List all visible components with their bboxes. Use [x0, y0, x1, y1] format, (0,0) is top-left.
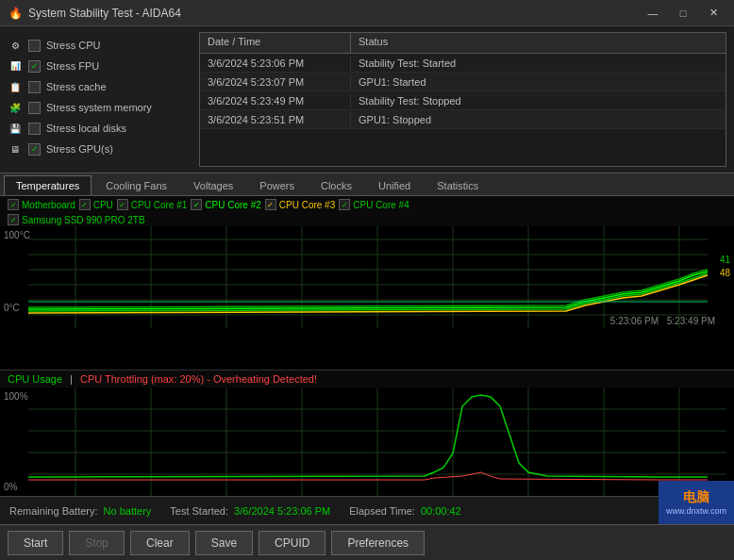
legend-cpu: CPU — [79, 199, 113, 210]
log-datetime-1: 3/6/2024 5:23:07 PM — [200, 74, 351, 90]
test-started-status: Test Started: 3/6/2024 5:23:06 PM — [170, 505, 330, 517]
legend-cpu-core3: CPU Core #3 — [265, 199, 335, 210]
main-content: ⚙ Stress CPU 📊 Stress FPU 📋 Stress cache… — [0, 26, 734, 560]
log-row: 3/6/2024 5:23:49 PM Stability Test: Stop… — [200, 91, 726, 110]
legend-cpu-core3-label: CPU Core #3 — [279, 200, 335, 210]
title-bar: 🔥 System Stability Test - AIDA64 — □ ✕ — [0, 0, 734, 26]
tab-unified[interactable]: Unified — [366, 175, 423, 195]
legend-cpu-core1-label: CPU Core #1 — [131, 200, 187, 210]
log-status-0: Stability Test: Started — [351, 56, 726, 71]
stress-memory-checkbox[interactable] — [28, 102, 41, 114]
cpu-chart-header: CPU Usage | CPU Throttling (max: 20%) - … — [0, 371, 734, 387]
legend-cpu-core2-checkbox[interactable] — [191, 199, 202, 210]
temp-legend-row2: Samsung SSD 990 PRO 2TB — [0, 213, 734, 226]
stress-cache-label: Stress cache — [46, 81, 107, 92]
log-header: Date / Time Status — [200, 33, 726, 54]
stress-cpu-item: ⚙ Stress CPU — [8, 36, 192, 55]
tab-powers[interactable]: Powers — [247, 175, 307, 195]
minimize-button[interactable]: — — [640, 5, 666, 22]
fpu-icon: 📊 — [8, 58, 23, 74]
legend-cpu-core2-label: CPU Core #2 — [205, 200, 260, 210]
battery-status: Remaining Battery: No battery — [9, 505, 151, 517]
legend-motherboard-label: Motherboard — [22, 200, 75, 210]
stress-disks-label: Stress local disks — [46, 123, 126, 134]
stress-cache-checkbox[interactable] — [28, 81, 41, 93]
legend-cpu-checkbox[interactable] — [79, 199, 91, 210]
watermark-url: www.dnxtw.com — [666, 506, 726, 516]
stress-cpu-checkbox[interactable] — [28, 40, 41, 52]
legend-cpu-core4: CPU Core #4 — [339, 199, 409, 210]
log-row: 3/6/2024 5:23:51 PM GPU1: Stopped — [200, 110, 726, 129]
tab-statistics[interactable]: Statistics — [425, 175, 491, 195]
tab-cooling-fans[interactable]: Cooling Fans — [93, 175, 179, 195]
tabs-bar: Temperatures Cooling Fans Voltages Power… — [0, 173, 734, 196]
watermark-icon: 电脑 — [683, 489, 709, 506]
separator: | — [70, 373, 73, 385]
log-row: 3/6/2024 5:23:06 PM Stability Test: Star… — [200, 54, 726, 73]
legend-ssd-checkbox[interactable] — [8, 214, 19, 225]
log-datetime-0: 3/6/2024 5:23:06 PM — [200, 56, 351, 71]
stress-gpus-item: 🖥 Stress GPU(s) — [8, 140, 192, 158]
app-icon: 🔥 — [8, 6, 23, 21]
elapsed-time-status: Elapsed Time: 00:00:42 — [349, 505, 461, 517]
tab-voltages[interactable]: Voltages — [181, 175, 245, 195]
datetime-header: Date / Time — [200, 33, 351, 53]
legend-cpu-core1: CPU Core #1 — [117, 199, 187, 210]
stress-options-panel: ⚙ Stress CPU 📊 Stress FPU 📋 Stress cache… — [8, 32, 192, 167]
memory-icon: 🧩 — [8, 100, 23, 115]
legend-cpu-core1-checkbox[interactable] — [117, 199, 128, 210]
button-bar: Start Stop Clear Save CPUID Preferences — [0, 524, 734, 560]
stress-gpus-label: Stress GPU(s) — [46, 143, 113, 155]
elapsed-time-value: 00:00:42 — [421, 505, 461, 517]
maximize-button[interactable]: □ — [670, 5, 696, 22]
charts-area: Motherboard CPU CPU Core #1 CPU Core #2 … — [0, 196, 734, 496]
cpu-icon: ⚙ — [8, 38, 23, 53]
battery-label: Remaining Battery: — [9, 505, 98, 517]
log-status-3: GPU1: Stopped — [351, 112, 726, 127]
close-button[interactable]: ✕ — [700, 5, 726, 22]
stress-disks-checkbox[interactable] — [28, 123, 41, 135]
start-button[interactable]: Start — [8, 531, 63, 555]
legend-cpu-core4-checkbox[interactable] — [339, 199, 350, 210]
log-datetime-3: 3/6/2024 5:23:51 PM — [200, 112, 351, 127]
log-rows: 3/6/2024 5:23:06 PM Stability Test: Star… — [200, 54, 726, 129]
temp-chart-svg — [0, 226, 734, 330]
battery-value: No battery — [104, 505, 152, 517]
stress-cache-item: 📋 Stress cache — [8, 77, 192, 96]
legend-motherboard: Motherboard — [8, 199, 75, 210]
cpu-chart-canvas: 100% 0% 0% 0% — [0, 387, 734, 496]
event-log-table: Date / Time Status 3/6/2024 5:23:06 PM S… — [199, 32, 726, 167]
clear-button[interactable]: Clear — [130, 531, 190, 555]
preferences-button[interactable]: Preferences — [331, 531, 425, 555]
log-status-1: GPU1: Started — [351, 74, 726, 90]
cpuid-button[interactable]: CPUID — [259, 531, 325, 555]
legend-ssd: Samsung SSD 990 PRO 2TB — [8, 214, 145, 225]
test-started-value: 3/6/2024 5:23:06 PM — [234, 505, 330, 517]
stress-gpus-checkbox[interactable] — [28, 143, 41, 156]
log-status-2: Stability Test: Stopped — [351, 93, 726, 108]
top-section: ⚙ Stress CPU 📊 Stress FPU 📋 Stress cache… — [0, 26, 734, 173]
log-row: 3/6/2024 5:23:07 PM GPU1: Started — [200, 73, 726, 91]
cpu-throttle-label: CPU Throttling (max: 20%) - Overheating … — [80, 373, 317, 385]
log-datetime-2: 3/6/2024 5:23:49 PM — [200, 93, 351, 108]
legend-cpu-core2: CPU Core #2 — [191, 199, 260, 210]
legend-cpu-core3-checkbox[interactable] — [265, 199, 276, 210]
stop-button[interactable]: Stop — [69, 531, 125, 555]
legend-ssd-label: Samsung SSD 990 PRO 2TB — [22, 215, 145, 225]
stress-disks-item: 💾 Stress local disks — [8, 119, 192, 138]
temp-chart-canvas: 100°C 0°C 5:23:06 PM 5:23:49 PM 41 48 — [0, 226, 734, 330]
status-header: Status — [351, 33, 726, 53]
legend-cpu-label: CPU — [93, 200, 113, 210]
elapsed-time-label: Elapsed Time: — [349, 505, 415, 517]
cpu-usage-label: CPU Usage — [8, 373, 62, 385]
watermark: 电脑 www.dnxtw.com — [659, 481, 734, 524]
save-button[interactable]: Save — [195, 531, 253, 555]
tab-temperatures[interactable]: Temperatures — [4, 175, 92, 195]
gpu-icon: 🖥 — [8, 141, 23, 156]
legend-cpu-core4-label: CPU Core #4 — [353, 200, 409, 210]
cpu-usage-chart: CPU Usage | CPU Throttling (max: 20%) - … — [0, 371, 734, 496]
cache-icon: 📋 — [8, 79, 23, 94]
tab-clocks[interactable]: Clocks — [309, 175, 364, 195]
stress-fpu-checkbox[interactable] — [28, 60, 41, 73]
legend-motherboard-checkbox[interactable] — [8, 199, 19, 210]
